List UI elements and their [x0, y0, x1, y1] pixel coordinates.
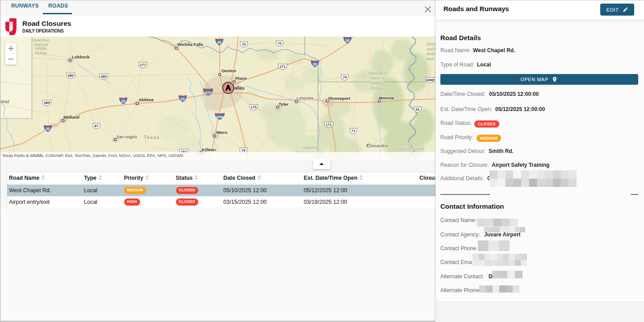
svg-text:Abilene: Abilene [138, 97, 154, 102]
svg-text:71: 71 [351, 129, 355, 133]
svg-text:277: 277 [140, 63, 146, 67]
svg-text:Denton: Denton [222, 68, 236, 73]
svg-text:Emm: Emm [427, 42, 435, 46]
svg-text:Refuge: Refuge [35, 51, 47, 55]
svg-text:70: 70 [242, 42, 246, 46]
svg-text:171: 171 [326, 123, 332, 127]
svg-text:Moble: Moble [427, 52, 435, 56]
svg-text:Mon: Mon [427, 57, 435, 61]
svg-text:49W: 49W [427, 78, 434, 82]
svg-text:380: 380 [100, 74, 107, 78]
svg-text:Midland: Midland [63, 115, 79, 120]
svg-text:30: 30 [345, 38, 350, 43]
svg-text:Waco: Waco [216, 130, 227, 135]
svg-text:Wichita Falls: Wichita Falls [177, 42, 203, 47]
svg-text:Texas: Texas [144, 135, 160, 140]
svg-text:820: 820 [205, 91, 211, 95]
svg-text:National: National [34, 42, 48, 47]
svg-text:and M: and M [427, 47, 435, 51]
svg-text:385: 385 [44, 101, 50, 105]
svg-text:70: 70 [278, 41, 282, 45]
svg-text:Angelina: Angelina [302, 145, 318, 150]
svg-text:20: 20 [46, 127, 50, 131]
svg-text:Felsenthal: Felsenthal [368, 71, 387, 75]
svg-text:Alexandria: Alexandria [369, 144, 388, 148]
svg-text:30: 30 [313, 62, 317, 66]
svg-text:Homochitto: Homochitto [400, 142, 421, 146]
svg-text:35W: 35W [216, 115, 224, 119]
svg-text:Muleshoe: Muleshoe [33, 38, 50, 42]
svg-text:National: National [370, 76, 385, 80]
svg-text:National Forest: National Forest [397, 147, 424, 151]
svg-text:San Angelo: San Angelo [117, 135, 137, 139]
svg-text:35: 35 [217, 40, 222, 45]
svg-text:Tyler: Tyler [279, 102, 289, 107]
svg-text:61: 61 [416, 107, 420, 111]
svg-text:87: 87 [95, 124, 99, 128]
svg-text:Monroe: Monroe [379, 95, 394, 100]
svg-text:20: 20 [121, 99, 125, 103]
svg-text:271: 271 [280, 65, 286, 69]
svg-text:Longview: Longview [297, 96, 314, 100]
svg-text:rlsbad: rlsbad [0, 99, 9, 104]
svg-text:Lubbock: Lubbock [72, 54, 90, 59]
svg-text:Wildlife: Wildlife [35, 46, 47, 51]
svg-text:175: 175 [251, 105, 257, 109]
svg-text:Wildlife: Wildlife [371, 81, 384, 85]
svg-text:Shreveport: Shreveport [328, 96, 351, 101]
svg-text:79: 79 [343, 75, 347, 79]
svg-text:380: 380 [67, 74, 74, 78]
svg-text:20: 20 [180, 97, 185, 101]
svg-text:Plano: Plano [235, 76, 247, 81]
svg-text:Refuge: Refuge [371, 86, 384, 91]
svg-text:Killeen: Killeen [202, 147, 216, 152]
